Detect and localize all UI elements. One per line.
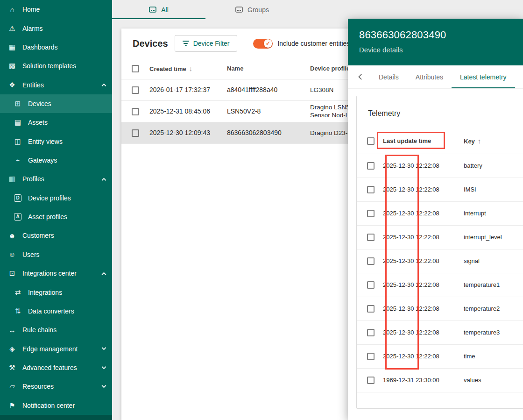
- sidebar-item-label: Advanced features: [22, 364, 77, 371]
- row-checkbox[interactable]: [132, 86, 139, 94]
- telemetry-row[interactable]: 2025-12-30 12:22:08IMSI: [357, 178, 523, 201]
- sidebar-item-data-converters[interactable]: ⇅Data converters: [0, 302, 112, 320]
- sidebar-item-integrations-center[interactable]: ⊡Integrations center: [0, 264, 112, 283]
- row-checkbox[interactable]: [367, 234, 375, 241]
- created-time-cell: 2026-01-17 17:32:37: [142, 79, 219, 100]
- telemetry-card: Telemetry Last update time Key↑ 2025-12-…: [356, 96, 523, 409]
- tab-groups[interactable]: Groups: [205, 0, 299, 19]
- tab-latest-telemetry[interactable]: Latest telemetry: [452, 65, 515, 88]
- telemetry-row[interactable]: 2025-12-30 12:22:08time: [357, 344, 523, 368]
- row-checkbox[interactable]: [367, 210, 375, 217]
- users-icon: ☺: [7, 250, 17, 258]
- row-checkbox[interactable]: [367, 377, 375, 384]
- filter-icon: [183, 41, 189, 46]
- row-checkbox[interactable]: [132, 129, 139, 137]
- name-header-label: Name: [227, 65, 243, 72]
- telemetry-last-update-cell: 2025-12-30 12:22:08: [377, 249, 454, 273]
- sidebar-item-notification-center[interactable]: ⚑Notification center: [0, 396, 112, 415]
- sidebar-item-asset-profiles[interactable]: AAsset profiles: [0, 207, 112, 226]
- sidebar-item-devices[interactable]: ⊞Devices: [0, 94, 112, 113]
- telemetry-row[interactable]: 2025-12-30 12:22:08interrupt_level: [357, 225, 523, 249]
- sidebar-item-dashboards[interactable]: ▦Dashboards: [0, 38, 112, 57]
- integrations-icon: ⇄: [13, 288, 22, 297]
- row-checkbox[interactable]: [367, 329, 375, 336]
- row-checkbox[interactable]: [367, 257, 375, 265]
- sidebar-item-gateways[interactable]: ⌁Gateways: [0, 151, 112, 170]
- sidebar-item-customers[interactable]: ☻Customers: [0, 226, 112, 245]
- templates-icon: ▩: [7, 62, 17, 70]
- telemetry-header-row: Last update time Key↑: [357, 128, 523, 154]
- column-header-name[interactable]: Name: [219, 58, 303, 79]
- telemetry-row[interactable]: 2025-12-30 12:22:08temperature1: [357, 273, 523, 297]
- dashboards-icon: ▦: [7, 43, 17, 51]
- drawer-subtitle: Device details: [359, 46, 512, 54]
- row-checkbox[interactable]: [367, 353, 375, 360]
- warning-icon: ⚠: [7, 24, 17, 33]
- sidebar-item-label: Devices: [28, 100, 51, 107]
- data-converters-icon: ⇅: [13, 307, 22, 315]
- telemetry-row[interactable]: 2025-12-30 12:22:08interrupt: [357, 201, 523, 225]
- row-checkbox[interactable]: [367, 186, 375, 193]
- sidebar-item-entity-views[interactable]: ◫Entity views: [0, 132, 112, 151]
- telemetry-row[interactable]: 2025-12-30 12:22:08temperature2: [357, 297, 523, 320]
- device-profile-header-label: Device profile: [310, 65, 350, 72]
- telemetry-last-update-cell: 2025-12-30 12:22:08: [377, 320, 454, 344]
- sidebar-item-label: Alarms: [22, 25, 43, 32]
- telemetry-table: Last update time Key↑ 2025-12-30 12:22:0…: [357, 128, 523, 392]
- sidebar-item-label: Entities: [22, 81, 44, 89]
- sidebar-item-resources[interactable]: ▱Resources: [0, 377, 112, 396]
- sidebar-item-assets[interactable]: ▤Assets: [0, 113, 112, 132]
- sidebar-item-label: Profiles: [22, 175, 44, 183]
- sidebar-item-label: Solution templates: [22, 62, 76, 70]
- telemetry-row[interactable]: 1969-12-31 23:30:00values: [357, 368, 523, 392]
- sidebar-item-users[interactable]: ☺Users: [0, 245, 112, 264]
- sidebar-item-edge-management[interactable]: ◈Edge management: [0, 339, 112, 358]
- telemetry-last-update-cell: 2025-12-30 12:22:08: [377, 154, 454, 178]
- sidebar-item-device-profiles[interactable]: DDevice profiles: [0, 189, 112, 207]
- tab-attributes[interactable]: Attributes: [407, 65, 452, 88]
- column-header-key[interactable]: Key↑: [454, 128, 523, 154]
- entities-icon: ❖: [7, 81, 17, 89]
- advanced-features-icon: ⚒: [7, 363, 17, 372]
- include-customer-entities-toggle[interactable]: ✓: [253, 39, 273, 49]
- profiles-icon: ▥: [7, 175, 17, 183]
- sidebar-item-rule-chains[interactable]: ↔Rule chains: [0, 320, 112, 339]
- tabs-scroll-left-button[interactable]: [352, 65, 370, 88]
- integrations-center-icon: ⊡: [7, 269, 17, 278]
- device-filter-button[interactable]: Device Filter: [175, 35, 238, 52]
- telemetry-last-update-cell: 2025-12-30 12:22:08: [377, 225, 454, 249]
- sidebar-item-entities[interactable]: ❖Entities: [0, 75, 112, 94]
- select-all-checkbox[interactable]: [367, 137, 375, 145]
- column-header-last-update-time[interactable]: Last update time: [377, 128, 454, 154]
- gateways-icon: ⌁: [13, 156, 22, 164]
- sidebar-item-home[interactable]: ⌂Home: [0, 0, 112, 19]
- sidebar-item-advanced-features[interactable]: ⚒Advanced features: [0, 358, 112, 377]
- sidebar-item-alarms[interactable]: ⚠Alarms: [0, 19, 112, 37]
- entity-group-tabbar: All Groups: [112, 0, 523, 19]
- telemetry-row[interactable]: 2025-12-30 12:22:08temperature3: [357, 320, 523, 344]
- tab-all[interactable]: All: [112, 0, 205, 19]
- chevron-up-icon: [102, 84, 106, 88]
- telemetry-key-cell: time: [454, 344, 523, 368]
- row-checkbox[interactable]: [367, 305, 375, 313]
- sidebar-item-solution-templates[interactable]: ▩Solution templates: [0, 57, 112, 75]
- created-time-header-label: Created time: [149, 65, 186, 72]
- sidebar-item-label: Home: [22, 6, 40, 13]
- telemetry-row[interactable]: 2025-12-30 12:22:08signal: [357, 249, 523, 273]
- sidebar-item-label: Resources: [22, 383, 54, 390]
- telemetry-row[interactable]: 2025-12-30 12:22:08battery: [357, 154, 523, 178]
- groups-tab-icon: [235, 7, 243, 13]
- rule-chains-icon: ↔: [7, 326, 17, 334]
- row-checkbox[interactable]: [132, 108, 139, 115]
- device-name-cell: 863663062803490: [219, 122, 303, 143]
- row-checkbox[interactable]: [367, 281, 375, 289]
- sort-asc-icon: ↑: [478, 137, 481, 145]
- sidebar-item-integrations[interactable]: ⇄Integrations: [0, 283, 112, 301]
- created-time-cell: 2025-12-30 12:09:43: [142, 122, 219, 143]
- device-name-cell: a84041ffff288a40: [219, 79, 303, 100]
- tab-details[interactable]: Details: [370, 65, 407, 88]
- row-checkbox[interactable]: [367, 162, 375, 170]
- select-all-checkbox[interactable]: [132, 65, 139, 72]
- sidebar-item-profiles[interactable]: ▥Profiles: [0, 170, 112, 188]
- column-header-created-time[interactable]: Created time↓: [142, 58, 219, 79]
